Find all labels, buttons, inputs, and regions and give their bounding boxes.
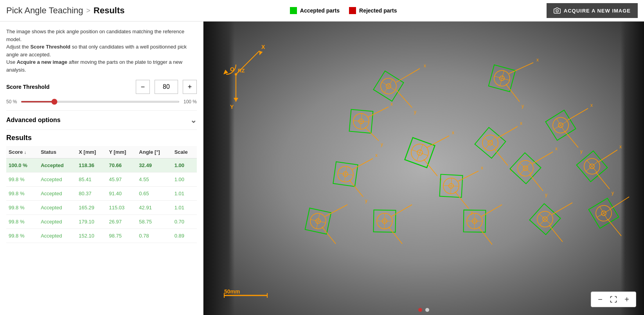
- col-scale: Scale: [172, 146, 197, 158]
- table-row[interactable]: 100.0 % Accepted 118.36 70.66 32.49 1.00: [6, 158, 197, 173]
- cell-y: 115.03: [106, 201, 137, 215]
- acquire-new-image-button[interactable]: ACQUIRE A NEW IMAGE: [547, 3, 638, 18]
- cell-scale: 1.01: [172, 201, 197, 215]
- slider-max-label: 100 %: [183, 99, 197, 104]
- score-threshold-bold: Score Threshold: [30, 44, 70, 50]
- cell-status: Accepted: [38, 187, 76, 201]
- cell-score: 99.8 %: [6, 229, 38, 243]
- cell-status: Accepted: [38, 173, 76, 187]
- table-row[interactable]: 99.8 % Accepted 85.41 45.97 4.55 1.00: [6, 173, 197, 187]
- col-status: Status: [38, 146, 76, 158]
- chevron-down-icon: ⌄: [190, 115, 197, 125]
- cell-score: 99.8 %: [6, 187, 38, 201]
- col-angle: Angle [°]: [137, 146, 172, 158]
- sort-icon: ↓: [24, 150, 27, 155]
- zoom-out-button[interactable]: −: [594, 293, 606, 305]
- cell-scale: 1.00: [172, 158, 197, 173]
- score-threshold-section: Score Threshold − + 50 % 100 %: [6, 80, 197, 106]
- score-increment-button[interactable]: +: [183, 80, 197, 94]
- zoom-controls: − +: [591, 292, 636, 307]
- legend: Accepted parts Rejected parts: [290, 7, 397, 14]
- cell-angle: 42.91: [137, 201, 172, 215]
- cell-score: 99.8 %: [6, 215, 38, 229]
- score-decrement-button[interactable]: −: [136, 80, 150, 94]
- image-background: [203, 22, 644, 315]
- slider-container: [21, 98, 180, 106]
- cell-x: 85.41: [76, 173, 106, 187]
- cell-scale: 0.70: [172, 215, 197, 229]
- table-row[interactable]: 99.8 % Accepted 179.10 26.97 58.75 0.70: [6, 215, 197, 229]
- breadcrumb-root: Pick Angle Teaching: [6, 5, 83, 16]
- accepted-legend-label: Accepted parts: [300, 7, 340, 14]
- cell-scale: 1.01: [172, 187, 197, 201]
- cell-y: 70.66: [106, 158, 137, 173]
- cell-scale: 0.89: [172, 229, 197, 243]
- table-row[interactable]: 99.8 % Accepted 152.10 98.75 0.78 0.89: [6, 229, 197, 243]
- main-layout: The image shows the pick angle position …: [0, 22, 644, 315]
- slider-min-label: 50 %: [6, 99, 17, 104]
- results-table: Score ↓ Status X [mm] Y [mm] Angle [°] S…: [6, 146, 197, 243]
- cell-score: 99.8 %: [6, 201, 38, 215]
- cell-y: 26.97: [106, 215, 137, 229]
- slider-row: 50 % 100 %: [6, 98, 197, 106]
- svg-point-0: [556, 10, 558, 12]
- rejected-legend-color: [349, 7, 356, 14]
- table-row[interactable]: 99.8 % Accepted 165.29 115.03 42.91 1.01: [6, 201, 197, 215]
- accepted-legend-color: [290, 7, 297, 14]
- breadcrumb: Pick Angle Teaching > Results: [6, 5, 125, 16]
- cell-score: 100.0 %: [6, 158, 38, 173]
- acquire-button-label: ACQUIRE A NEW IMAGE: [564, 8, 631, 14]
- col-score: Score ↓: [6, 146, 38, 158]
- cell-y: 91.40: [106, 187, 137, 201]
- cell-status: Accepted: [38, 215, 76, 229]
- cell-angle: 4.55: [137, 173, 172, 187]
- desc-line1: The image shows the pick angle position …: [6, 28, 197, 43]
- cell-angle: 0.78: [137, 229, 172, 243]
- acquire-bold: Acquire a new image: [17, 59, 67, 65]
- score-slider[interactable]: [21, 101, 180, 103]
- col-x: X [mm]: [76, 146, 106, 158]
- advanced-options-label: Advanced options: [6, 117, 61, 124]
- score-value-input[interactable]: [155, 80, 178, 94]
- rejected-legend-label: Rejected parts: [359, 7, 397, 14]
- score-threshold-label: Score Threshold: [6, 84, 131, 90]
- cell-x: 152.10: [76, 229, 106, 243]
- rejected-legend-item: Rejected parts: [349, 7, 397, 14]
- cell-y: 98.75: [106, 229, 137, 243]
- cell-status: Accepted: [38, 158, 76, 173]
- zoom-fit-button[interactable]: [608, 293, 619, 305]
- col-y: Y [mm]: [106, 146, 137, 158]
- cell-y: 45.97: [106, 173, 137, 187]
- image-panel: O X Y RZ: [203, 22, 644, 315]
- pagination-dots: [418, 308, 429, 312]
- cell-angle: 0.65: [137, 187, 172, 201]
- cell-x: 80.37: [76, 187, 106, 201]
- cell-status: Accepted: [38, 201, 76, 215]
- cell-x: 118.36: [76, 158, 106, 173]
- camera-icon: [554, 7, 561, 14]
- desc-line2: Adjust the Score Threshold so that only …: [6, 43, 197, 58]
- description-text: The image shows the pick angle position …: [6, 28, 197, 74]
- left-panel: The image shows the pick angle position …: [0, 22, 203, 315]
- results-title: Results: [6, 134, 197, 142]
- cell-scale: 1.00: [172, 173, 197, 187]
- cell-x: 165.29: [76, 201, 106, 215]
- advanced-options-toggle[interactable]: Advanced options ⌄: [6, 110, 197, 130]
- cell-score: 99.8 %: [6, 173, 38, 187]
- results-section: Results Score ↓ Status X [mm] Y [mm] Ang…: [6, 130, 197, 243]
- accepted-legend-item: Accepted parts: [290, 7, 340, 14]
- cell-x: 179.10: [76, 215, 106, 229]
- pagination-dot-active[interactable]: [418, 308, 422, 312]
- cell-status: Accepted: [38, 229, 76, 243]
- breadcrumb-current: Results: [94, 5, 124, 16]
- table-header-row: Score ↓ Status X [mm] Y [mm] Angle [°] S…: [6, 146, 197, 158]
- zoom-in-button[interactable]: +: [621, 293, 633, 305]
- pagination-dot-inactive[interactable]: [425, 308, 429, 312]
- score-threshold-row: Score Threshold − +: [6, 80, 197, 94]
- fit-to-screen-icon: [610, 295, 617, 303]
- cell-angle: 32.49: [137, 158, 172, 173]
- cell-angle: 58.75: [137, 215, 172, 229]
- breadcrumb-separator: >: [86, 7, 91, 15]
- desc-line3: Use Acquire a new image after moving the…: [6, 58, 197, 74]
- table-row[interactable]: 99.8 % Accepted 80.37 91.40 0.65 1.01: [6, 187, 197, 201]
